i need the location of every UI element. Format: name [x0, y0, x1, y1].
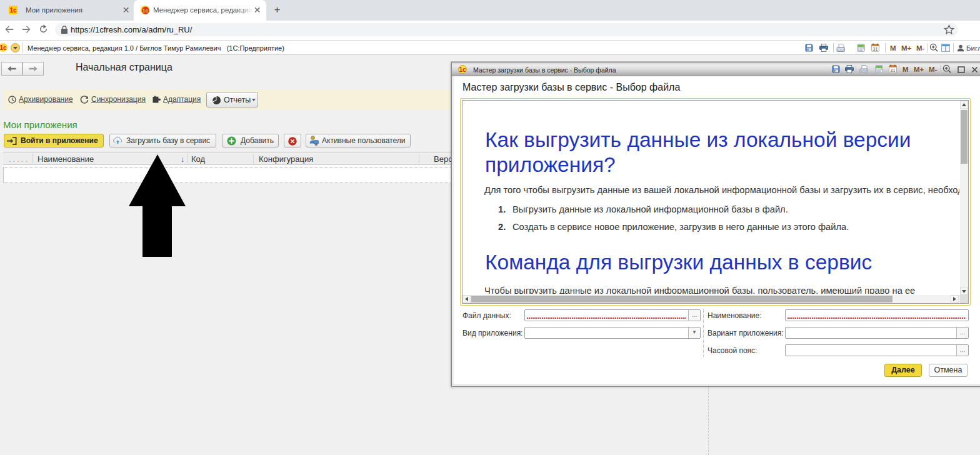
svg-text:1с: 1с [142, 8, 148, 14]
svg-text:31: 31 [890, 68, 895, 73]
svg-text:1с: 1с [0, 44, 7, 51]
svg-text:1с: 1с [9, 7, 17, 14]
svg-text:31: 31 [872, 46, 878, 52]
svg-text:1с: 1с [459, 66, 466, 73]
